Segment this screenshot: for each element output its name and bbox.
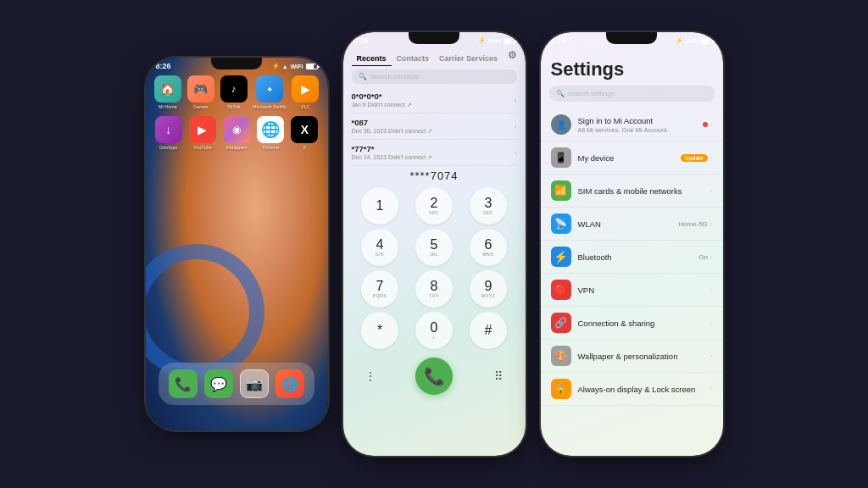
bt-icon-2: ⚡ <box>478 37 486 44</box>
connection-sharing-content: Connection & sharing <box>578 319 704 328</box>
sim-icon: 📶 <box>551 180 571 201</box>
dock-camera[interactable]: 📷 <box>240 369 269 398</box>
always-on-label: Always-on display & Lock screen <box>578 385 704 394</box>
app-tiktok[interactable]: ♪ TikTok <box>220 75 248 109</box>
call-log: 0*0*0*0* Jan 8 Didn't connect ↗ › *087 D… <box>343 87 526 166</box>
call-button[interactable]: 📞 <box>415 358 453 395</box>
more-options-button[interactable]: ⋮ <box>359 364 382 388</box>
getapps-icon: ↓ <box>155 116 182 143</box>
tab-contacts[interactable]: Contacts <box>392 52 435 66</box>
numpad-2[interactable]: 2ABC <box>415 187 453 225</box>
tab-recents[interactable]: Recents <box>352 52 392 66</box>
dialer-display: ****7074 <box>343 166 526 184</box>
dock-messages[interactable]: 💬 <box>204 369 233 398</box>
status-icons-2: ⚡ WiFi <box>478 37 515 44</box>
app-games[interactable]: 🎮 Games <box>186 75 214 109</box>
wlan-icon: 📡 <box>551 214 571 234</box>
settings-my-device[interactable]: 📱 My device Update › <box>541 141 723 175</box>
dialer-actions: ⋮ 📞 ⠿ <box>343 352 526 400</box>
numpad-5[interactable]: 5JKL <box>415 229 453 266</box>
settings-sim-cards[interactable]: 📶 SIM cards & mobile networks › <box>541 175 723 208</box>
games-label: Games <box>193 104 209 109</box>
wallpaper-icon: 🎨 <box>551 346 571 366</box>
wlan-label: WLAN <box>578 219 672 229</box>
always-on-content: Always-on display & Lock screen <box>578 385 704 394</box>
settings-mi-account[interactable]: 👤 Sign in to Mi Account All Mi services.… <box>541 108 723 141</box>
call-item-3[interactable]: *77*7* Dec 14, 2023 Didn't connect ↗ › <box>352 140 517 166</box>
mi-account-sub: All Mi services. One Mi Account. <box>578 126 696 134</box>
bt-icon-3: ⚡ <box>676 37 683 44</box>
youtube-icon: ▶ <box>189 116 216 143</box>
app-chrome[interactable]: 🌐 Chrome <box>256 116 285 150</box>
time-3: 8:26 <box>551 36 566 45</box>
app-youtube[interactable]: ▶ YouTube <box>188 116 217 150</box>
app-getapps[interactable]: ↓ GetApps <box>154 116 183 150</box>
call-info-1: 0*0*0*0* Jan 8 Didn't connect ↗ <box>352 92 412 108</box>
settings-vpn[interactable]: 🔴 VPN › <box>541 274 723 307</box>
settings-wallpaper[interactable]: 🎨 Wallpaper & personalization › <box>541 340 723 373</box>
numpad-4[interactable]: 4GHI <box>361 229 398 266</box>
call-meta-3: Dec 14, 2023 Didn't connect ↗ <box>352 154 433 161</box>
call-meta-1: Jan 8 Didn't connect ↗ <box>352 102 412 108</box>
call-item-1[interactable]: 0*0*0*0* Jan 8 Didn't connect ↗ › <box>352 87 517 114</box>
signal-icon: ▲ <box>282 64 288 69</box>
app-instagram[interactable]: ◉ Instagram <box>222 116 251 150</box>
call-number-1: 0*0*0*0* <box>352 92 412 101</box>
search-placeholder-dialer: Search contacts <box>370 73 419 80</box>
settings-list: 👤 Sign in to Mi Account All Mi services.… <box>541 108 723 406</box>
wlan-value: Home-5G <box>678 220 708 228</box>
tiktok-icon: ♪ <box>220 75 248 103</box>
app-x[interactable]: X X <box>290 116 319 150</box>
youtube-label: YouTube <box>193 145 212 150</box>
numpad-star[interactable]: * <box>361 312 398 349</box>
dialer-settings-gear[interactable]: ⚙ <box>508 49 517 61</box>
my-device-icon: 📱 <box>551 147 571 168</box>
settings-bluetooth[interactable]: ⚡ Bluetooth On › <box>541 241 723 274</box>
wifi-icon: WiFi <box>291 64 303 69</box>
app-mi-home[interactable]: 🏠 Mi Home <box>154 75 182 109</box>
dialer-tabs: Recents Contacts Carrier Services <box>343 47 526 66</box>
dialpad-button[interactable]: ⠿ <box>487 364 510 388</box>
numpad-7[interactable]: 7PQRS <box>361 270 398 308</box>
settings-screen: 8:26 ⚡ WiFi Settings 🔍 Search settings 👤… <box>541 32 723 456</box>
numpad-9[interactable]: 9WXYZ <box>470 270 507 308</box>
bluetooth-chevron: › <box>710 253 713 261</box>
wifi-icon-3: WiFi <box>686 38 698 44</box>
dock-miui[interactable]: 🌐 <box>275 369 304 398</box>
call-arrow-2: › <box>515 123 517 130</box>
search-icon-dialer: 🔍 <box>359 73 367 80</box>
wallpaper-label: Wallpaper & personalization <box>578 352 704 361</box>
always-on-chevron: › <box>710 385 713 393</box>
mi-home-label: Mi Home <box>159 104 177 109</box>
dock: 📞 💬 📷 🌐 <box>159 363 314 405</box>
phone-2: 8:26 ⚡ WiFi ⚙ Recents Contacts Carrier S… <box>343 32 526 456</box>
settings-connection-sharing[interactable]: 🔗 Connection & sharing › <box>541 307 723 340</box>
settings-wlan[interactable]: 📡 WLAN Home-5G › <box>541 208 723 241</box>
settings-always-on[interactable]: 🔒 Always-on display & Lock screen › <box>541 373 723 406</box>
numpad-0[interactable]: 0+ <box>415 312 453 349</box>
app-vlc[interactable]: ▶ VLC <box>292 75 320 109</box>
status-icons-3: ⚡ WiFi <box>676 37 713 44</box>
call-meta-2: Dec 30, 2023 Didn't connect ↗ <box>352 128 433 135</box>
numpad-1[interactable]: 1 <box>361 187 398 225</box>
time-1: 8:26 <box>156 62 171 70</box>
connection-sharing-chevron: › <box>710 319 713 327</box>
wallpaper-content: Wallpaper & personalization <box>578 352 704 361</box>
dock-phone[interactable]: 📞 <box>169 369 198 398</box>
numpad-8[interactable]: 8TUV <box>415 270 453 308</box>
app-grid-row2: ↓ GetApps ▶ YouTube ◉ Instagram 🌐 Chrome… <box>146 113 328 153</box>
my-device-badge: Update <box>681 154 708 162</box>
settings-search[interactable]: 🔍 Search settings <box>549 86 715 102</box>
numpad-3[interactable]: 3DEF <box>470 187 507 225</box>
tab-carrier-services[interactable]: Carrier Services <box>434 52 503 66</box>
call-item-2[interactable]: *087 Dec 30, 2023 Didn't connect ↗ › <box>352 114 517 140</box>
numpad-6[interactable]: 6MNO <box>470 229 507 266</box>
bluetooth-value: On <box>698 253 708 261</box>
numpad-hash[interactable]: # <box>470 312 507 349</box>
always-on-icon: 🔒 <box>551 379 571 399</box>
app-microsoft[interactable]: ✦ Microsoft Swiftly <box>253 75 287 109</box>
vpn-label: VPN <box>578 286 704 295</box>
dialer-search[interactable]: 🔍 Search contacts <box>352 69 517 84</box>
battery-icon <box>306 64 318 69</box>
wifi-icon-2: WiFi <box>488 38 501 44</box>
